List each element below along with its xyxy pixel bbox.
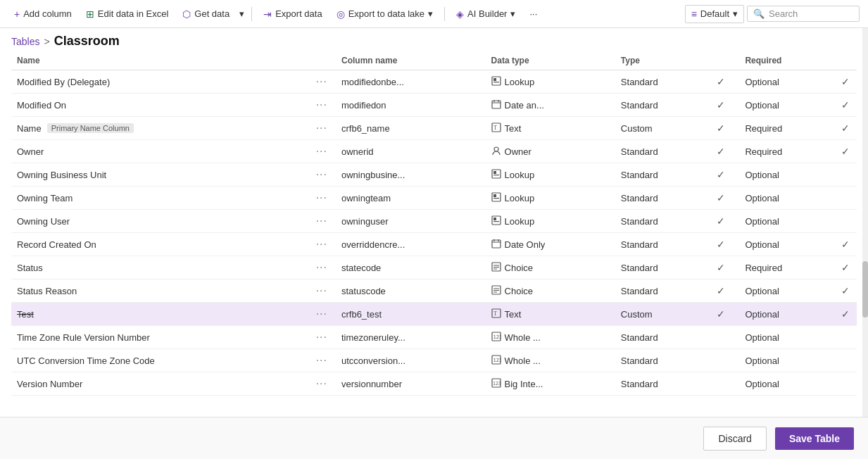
cell-searchable: ✓ xyxy=(711,187,739,210)
table-row[interactable]: Test···crfb6_testTTextCustom✓Optional✓ xyxy=(11,303,857,326)
table-row[interactable]: UTC Conversion Time Zone Code···utcconve… xyxy=(11,349,857,372)
cell-searchable: ✓ xyxy=(711,163,739,187)
datatype-label: Whole ... xyxy=(505,332,541,343)
row-more-button[interactable]: ··· xyxy=(313,99,330,111)
columns-table: Name Column name Data type Type Required… xyxy=(11,51,857,396)
datatype-icon: 123 xyxy=(491,355,501,367)
cell-dots[interactable]: ··· xyxy=(308,372,336,396)
searchable-check-icon: ✓ xyxy=(717,308,725,320)
table-body: Modified By (Delegate)···modifiedonbe...… xyxy=(11,70,857,396)
more-button[interactable]: ··· xyxy=(524,6,543,22)
row-more-button[interactable]: ··· xyxy=(313,284,330,297)
datatype-label: Date an... xyxy=(505,100,544,111)
datatype-icon: T xyxy=(491,122,501,134)
cell-coltype: Custom xyxy=(615,117,712,140)
datatype-icon xyxy=(491,262,501,274)
dropdown-arrow-button[interactable]: ▾ xyxy=(238,6,246,22)
datatype-label: Big Inte... xyxy=(505,379,543,389)
row-more-button[interactable]: ··· xyxy=(313,354,330,367)
scrollbar-thumb[interactable] xyxy=(862,261,868,317)
row-display-name: Owning Team xyxy=(17,193,73,203)
default-chevron-icon: ▾ xyxy=(733,8,738,19)
cell-coltype: Standard xyxy=(615,210,712,233)
row-more-button[interactable]: ··· xyxy=(313,191,330,204)
table-row[interactable]: Record Created On···overriddencre...Date… xyxy=(11,233,857,256)
table-row[interactable]: Owning Team···owningteamLookupStandard✓O… xyxy=(11,187,857,210)
cell-searchable xyxy=(711,326,739,349)
table-row[interactable]: Time Zone Rule Version Number···timezone… xyxy=(11,326,857,349)
row-more-button[interactable]: ··· xyxy=(313,122,330,134)
cell-coltype: Standard xyxy=(615,372,712,396)
cell-datatype: Choice xyxy=(486,256,615,279)
row-more-button[interactable]: ··· xyxy=(313,145,330,158)
row-more-button[interactable]: ··· xyxy=(313,308,330,320)
breadcrumb-tables-link[interactable]: Tables xyxy=(11,36,39,47)
cell-searchable: ✓ xyxy=(711,117,739,140)
row-more-button[interactable]: ··· xyxy=(313,377,330,390)
table-row[interactable]: Version Number···versionnumber123Big Int… xyxy=(11,372,857,396)
ai-builder-button[interactable]: ◈ AI Builder ▾ xyxy=(451,6,521,23)
cell-coltype: Standard xyxy=(615,256,712,279)
cell-dots[interactable]: ··· xyxy=(308,94,336,117)
datatype-icon xyxy=(491,215,501,227)
svg-rect-3 xyxy=(492,101,501,108)
primary-badge: Primary Name Column xyxy=(47,123,134,133)
export-data-button[interactable]: ⇥ Export data xyxy=(258,6,328,23)
cell-dots[interactable]: ··· xyxy=(308,163,336,187)
lake-icon: ◎ xyxy=(336,8,345,20)
table-row[interactable]: Status Reason···statuscodeChoiceStandard… xyxy=(11,279,857,303)
cell-dots[interactable]: ··· xyxy=(308,187,336,210)
edit-excel-button[interactable]: ⊞ Edit data in Excel xyxy=(80,6,174,23)
table-row[interactable]: Status···statecodeChoiceStandard✓Require… xyxy=(11,256,857,279)
cell-searchable xyxy=(711,372,739,396)
cell-dots[interactable]: ··· xyxy=(308,117,336,140)
export-icon: ⇥ xyxy=(263,8,272,20)
table-row[interactable]: Owner···owneridOwnerStandard✓Required✓ xyxy=(11,140,857,163)
divider-1 xyxy=(251,7,252,21)
get-data-button[interactable]: ⬡ Get data xyxy=(177,6,235,23)
row-more-button[interactable]: ··· xyxy=(313,215,330,227)
row-check-icon: ✓ xyxy=(841,308,850,320)
cell-name: NamePrimary Name Column xyxy=(11,117,308,140)
col-header-required: Required xyxy=(739,51,836,70)
cell-checked: ✓ xyxy=(836,140,857,163)
table-row[interactable]: Modified On···modifiedonDate an...Standa… xyxy=(11,94,857,117)
cell-coltype: Standard xyxy=(615,163,712,187)
cell-dots[interactable]: ··· xyxy=(308,233,336,256)
searchable-check-icon: ✓ xyxy=(717,192,725,203)
cell-dots[interactable]: ··· xyxy=(308,326,336,349)
row-more-button[interactable]: ··· xyxy=(313,261,330,274)
cell-dots[interactable]: ··· xyxy=(308,349,336,372)
cell-colname: crfb6_test xyxy=(336,303,486,326)
cell-searchable xyxy=(711,349,739,372)
cell-dots[interactable]: ··· xyxy=(308,210,336,233)
cell-dots[interactable]: ··· xyxy=(308,303,336,326)
row-more-button[interactable]: ··· xyxy=(313,331,330,344)
row-more-button[interactable]: ··· xyxy=(313,168,330,181)
row-more-button[interactable]: ··· xyxy=(313,75,330,88)
cell-name: Record Created On xyxy=(11,233,308,256)
table-row[interactable]: Owning Business Unit···owningbusine...Lo… xyxy=(11,163,857,187)
cell-dots[interactable]: ··· xyxy=(308,70,336,94)
table-row[interactable]: Owning User···owninguserLookupStandard✓O… xyxy=(11,210,857,233)
cell-coltype: Standard xyxy=(615,279,712,303)
search-box[interactable]: 🔍 Search xyxy=(747,6,860,22)
cell-searchable: ✓ xyxy=(711,70,739,94)
table-row[interactable]: Modified By (Delegate)···modifiedonbe...… xyxy=(11,70,857,94)
datatype-icon xyxy=(491,285,501,297)
scrollbar[interactable] xyxy=(862,28,868,406)
table-container: Name Column name Data type Type Required… xyxy=(0,51,868,406)
cell-name: Test xyxy=(11,303,308,326)
cell-required: Optional xyxy=(739,163,836,187)
searchable-check-icon: ✓ xyxy=(717,215,725,227)
cell-dots[interactable]: ··· xyxy=(308,279,336,303)
row-more-button[interactable]: ··· xyxy=(313,238,330,251)
cell-dots[interactable]: ··· xyxy=(308,256,336,279)
ai-icon: ◈ xyxy=(456,8,464,20)
table-row[interactable]: NamePrimary Name Column···crfb6_nameTTex… xyxy=(11,117,857,140)
row-display-name: Modified On xyxy=(17,100,66,111)
cell-dots[interactable]: ··· xyxy=(308,140,336,163)
default-view-button[interactable]: ≡ Default ▾ xyxy=(685,5,744,23)
add-column-button[interactable]: + Add column xyxy=(8,6,77,23)
export-lake-button[interactable]: ◎ Export to data lake ▾ xyxy=(331,6,439,23)
